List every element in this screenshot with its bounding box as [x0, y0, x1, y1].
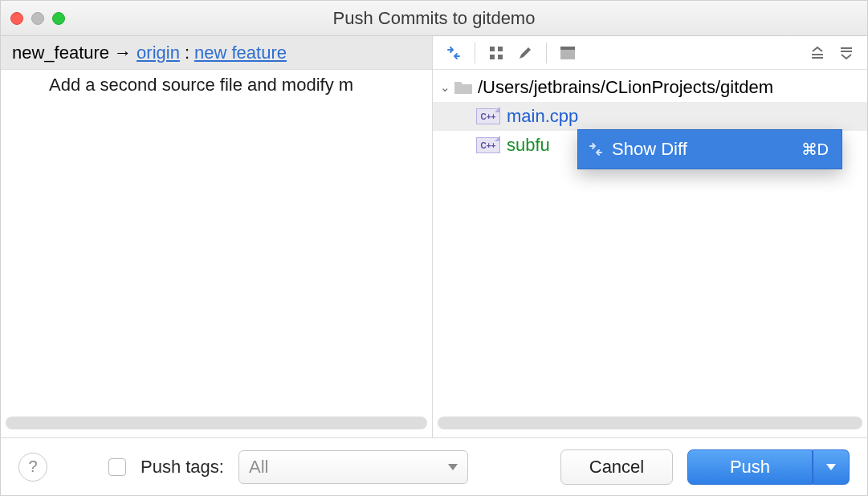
file-name: main.cpp	[507, 106, 578, 127]
context-menu-item-show-diff[interactable]: Show Diff ⌘D	[578, 133, 842, 165]
cpp-file-icon: C++	[476, 108, 500, 124]
svg-rect-7	[812, 57, 823, 59]
title-bar: Push Commits to gitdemo	[1, 1, 867, 36]
tree-root-row[interactable]: ⌄ /Users/jetbrains/CLionProjects/gitdem	[433, 73, 867, 102]
svg-rect-5	[560, 47, 575, 50]
collapse-all-icon[interactable]	[833, 40, 859, 66]
chevron-down-icon	[448, 464, 458, 470]
cpp-file-icon: C++	[476, 137, 500, 153]
minimize-window-button[interactable]	[31, 12, 44, 25]
dialog-body: new_feature → origin : new feature Add a…	[1, 36, 867, 437]
expand-all-icon[interactable]	[805, 40, 830, 66]
preview-icon[interactable]	[555, 40, 581, 66]
window-title: Push Commits to gitdemo	[1, 8, 867, 29]
push-tags-label: Push tags:	[141, 457, 224, 478]
horizontal-scrollbar[interactable]	[438, 417, 862, 429]
remote-branch-link[interactable]: new feature	[194, 43, 287, 63]
context-menu: Show Diff ⌘D	[577, 129, 842, 169]
zoom-window-button[interactable]	[52, 12, 65, 25]
root-path: /Users/jetbrains/CLionProjects/gitdem	[478, 77, 773, 98]
push-tags-checkbox[interactable]	[108, 458, 126, 476]
push-tags-combo-value: All	[249, 457, 268, 478]
arrow-right-icon: →	[114, 43, 132, 63]
folder-icon	[454, 79, 473, 96]
cancel-button[interactable]: Cancel	[560, 449, 673, 485]
show-diff-icon[interactable]	[441, 40, 467, 66]
files-panel: ⌄ /Users/jetbrains/CLionProjects/gitdem …	[433, 36, 867, 437]
colon: :	[185, 43, 189, 63]
commit-message[interactable]: Add a second source file and modify m	[1, 70, 432, 96]
dialog-footer: ? Push tags: All Cancel Push	[1, 437, 867, 495]
file-row-main[interactable]: C++ main.cpp	[433, 102, 867, 131]
help-button[interactable]: ?	[18, 453, 47, 482]
remote-link[interactable]: origin	[137, 43, 180, 63]
svg-rect-3	[498, 55, 503, 59]
push-button-group: Push	[687, 449, 850, 485]
files-toolbar	[433, 36, 867, 70]
context-menu-label: Show Diff	[612, 139, 687, 160]
show-diff-icon	[588, 141, 604, 157]
chevron-down-icon	[826, 464, 836, 470]
branch-bar: new_feature → origin : new feature	[1, 36, 432, 70]
push-tags-combo[interactable]: All	[238, 450, 468, 484]
svg-rect-0	[490, 47, 495, 51]
svg-rect-2	[490, 55, 495, 59]
push-commits-dialog: Push Commits to gitdemo new_feature → or…	[0, 0, 868, 496]
edit-icon[interactable]	[512, 40, 538, 66]
horizontal-scrollbar[interactable]	[6, 417, 427, 429]
commits-panel: new_feature → origin : new feature Add a…	[1, 36, 433, 437]
svg-rect-1	[498, 47, 503, 51]
svg-rect-6	[812, 54, 823, 55]
svg-rect-8	[841, 47, 852, 49]
push-dropdown-button[interactable]	[813, 449, 850, 485]
svg-rect-9	[841, 51, 852, 52]
group-by-icon[interactable]	[483, 40, 509, 66]
local-branch-name: new_feature	[12, 43, 109, 63]
file-name: subfu	[507, 135, 550, 156]
context-menu-shortcut: ⌘D	[801, 140, 829, 159]
window-controls	[10, 12, 65, 25]
push-button[interactable]: Push	[687, 449, 813, 485]
close-window-button[interactable]	[10, 12, 23, 25]
chevron-down-icon[interactable]: ⌄	[438, 80, 452, 95]
